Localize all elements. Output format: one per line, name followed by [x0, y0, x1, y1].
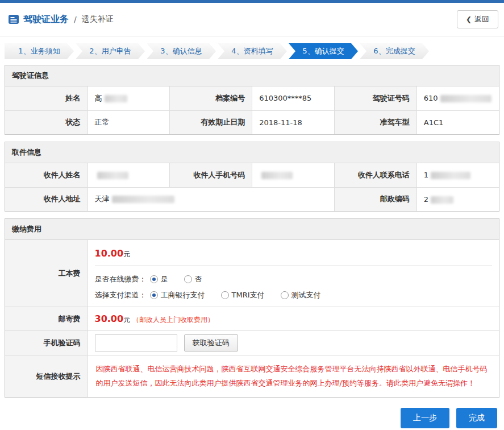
name-value: 高: [88, 86, 170, 110]
back-button[interactable]: ❮ 返回: [457, 10, 498, 28]
sms-notice-label: 短信接收提示: [5, 355, 88, 398]
captcha-value-cell: 获取验证码: [88, 331, 499, 355]
table-row: 状态 正常 有效期止日期 2018-11-18 准驾车型 A1C1: [5, 110, 499, 134]
title-separator: /: [74, 15, 77, 24]
recipient-address-label: 收件人地址: [5, 187, 88, 211]
get-captcha-button[interactable]: 获取验证码: [184, 334, 238, 352]
table-row: 短信接收提示 因陕西省联通、电信运营商技术问题，陕西省互联网交通安全综合服务管理…: [5, 355, 499, 398]
license-business-icon: [8, 14, 19, 25]
online-yes-option[interactable]: 是: [150, 274, 168, 284]
payment-channel-question: 选择支付渠道：: [95, 290, 147, 300]
mail-fee-label: 邮寄费: [5, 307, 88, 331]
radio-no-icon[interactable]: [184, 275, 192, 283]
online-payment-question: 是否在线缴费：: [95, 274, 147, 284]
step-6-complete-submit[interactable]: 6、完成提交: [360, 43, 429, 59]
channel-icbc-option[interactable]: 工商银行支付: [150, 290, 205, 300]
page-subtitle: 遗失补证: [82, 14, 114, 24]
step-navigation: 1、业务须知 2、用户申告 3、确认信息 4、资料填写 5、确认提交 6、完成提…: [5, 43, 499, 59]
radio-icbc-icon[interactable]: [150, 291, 158, 299]
step-4-fill-info[interactable]: 4、资料填写: [218, 43, 287, 59]
page-container: 驾驶证业务 / 遗失补证 ❮ 返回 1、业务须知 2、用户申告 3、确认信息 4…: [0, 0, 504, 430]
file-number-label: 档案编号: [170, 86, 252, 110]
pickup-info-section: 取件信息 收件人姓名 收件人手机号码 收件人联系电话 1 收件人地址 天津 邮政…: [5, 142, 499, 212]
pickup-info-table: 收件人姓名 收件人手机号码 收件人联系电话 1 收件人地址 天津 邮政编码 2: [5, 163, 499, 211]
zip-code-label: 邮政编码: [334, 187, 416, 211]
online-payment-choice: 是否在线缴费： 是 否: [95, 271, 493, 287]
license-info-table: 姓名 高 档案编号 610300****85 驾驶证号码 610 状态 正常 有…: [5, 86, 499, 134]
production-fee-amount: 10.00: [95, 248, 124, 259]
step-3-confirm-info[interactable]: 3、确认信息: [147, 43, 216, 59]
recipient-address-value: 天津: [88, 187, 334, 211]
production-fee-label: 工本费: [5, 240, 88, 307]
mail-fee-note: （邮政人员上门收取费用）: [132, 316, 214, 324]
channel-test-option[interactable]: 测试支付: [281, 290, 321, 300]
radio-yes-icon[interactable]: [150, 275, 158, 283]
license-number-label: 驾驶证号码: [334, 86, 416, 110]
recipient-name-label: 收件人姓名: [5, 163, 88, 187]
channel-tmri-option[interactable]: TMRI支付: [221, 290, 265, 300]
status-label: 状态: [5, 110, 88, 134]
fees-section: 缴纳费用 工本费 10.00元 是否在线缴费： 是: [5, 218, 499, 398]
channel-icbc-label: 工商银行支付: [161, 290, 205, 300]
table-row: 收件人姓名 收件人手机号码 收件人联系电话 1: [5, 163, 499, 187]
zip-code-value: 2: [416, 187, 499, 211]
finish-button[interactable]: 完成: [456, 408, 497, 428]
step-5-confirm-submit[interactable]: 5、确认提交: [289, 43, 358, 59]
recipient-name-value: [88, 163, 170, 187]
chevron-left-icon: ❮: [466, 15, 472, 23]
license-info-title: 驾驶证信息: [5, 65, 499, 86]
redacted-text: [431, 172, 470, 179]
pickup-info-title: 取件信息: [5, 142, 499, 163]
fees-table: 工本费 10.00元 是否在线缴费： 是 否: [5, 240, 499, 397]
status-value: 正常: [88, 110, 170, 134]
redacted-text: [440, 95, 491, 102]
header: 驾驶证业务 / 遗失补证 ❮ 返回: [0, 3, 504, 36]
vehicle-type-label: 准驾车型: [334, 110, 416, 134]
redacted-text: [261, 172, 293, 179]
recipient-mobile-value: [252, 163, 335, 187]
fees-title: 缴纳费用: [5, 219, 499, 240]
redacted-text: [105, 95, 127, 102]
mail-fee-unit: 元: [123, 316, 130, 324]
production-fee-amount-line: 10.00元: [95, 243, 493, 266]
captcha-label: 手机验证码: [5, 331, 88, 355]
mail-fee-amount: 30.00: [95, 313, 124, 324]
table-row: 工本费 10.00元 是否在线缴费： 是 否: [5, 240, 499, 307]
sms-notice-cell: 因陕西省联通、电信运营商技术问题，陕西省互联网交通安全综合服务管理平台无法向持陕…: [88, 355, 499, 398]
header-title-group: 驾驶证业务 / 遗失补证: [8, 14, 114, 26]
channel-tmri-label: TMRI支付: [232, 290, 265, 300]
license-info-section: 驾驶证信息 姓名 高 档案编号 610300****85 驾驶证号码 610 状…: [5, 65, 499, 135]
previous-step-button[interactable]: 上一步: [401, 408, 449, 428]
radio-test-icon[interactable]: [281, 291, 289, 299]
page-title: 驾驶证业务: [23, 14, 69, 26]
redacted-text: [97, 172, 128, 179]
redacted-text: [431, 196, 453, 204]
recipient-phone-label: 收件人联系电话: [334, 163, 416, 187]
footer-actions: 上一步 完成: [5, 408, 497, 428]
channel-test-label: 测试支付: [291, 290, 321, 300]
license-number-value: 610: [416, 86, 499, 110]
file-number-value: 610300****85: [252, 86, 335, 110]
redacted-text: [112, 196, 174, 203]
online-no-option[interactable]: 否: [184, 274, 202, 284]
radio-tmri-icon[interactable]: [221, 291, 229, 299]
recipient-phone-value: 1: [416, 163, 499, 187]
mail-fee-value: 30.00元（邮政人员上门收取费用）: [88, 307, 499, 331]
expiry-label: 有效期止日期: [170, 110, 252, 134]
recipient-mobile-label: 收件人手机号码: [170, 163, 252, 187]
vehicle-type-value: A1C1: [416, 110, 499, 134]
table-row: 邮寄费 30.00元（邮政人员上门收取费用）: [5, 307, 499, 331]
back-button-label: 返回: [474, 14, 489, 24]
step-2-user-declaration[interactable]: 2、用户申告: [76, 43, 145, 59]
step-1-business-notice[interactable]: 1、业务须知: [5, 43, 74, 59]
production-fee-unit: 元: [123, 250, 130, 258]
online-no-label: 否: [195, 274, 202, 284]
table-row: 手机验证码 获取验证码: [5, 331, 499, 355]
table-row: 收件人地址 天津 邮政编码 2: [5, 187, 499, 211]
expiry-value: 2018-11-18: [252, 110, 335, 134]
captcha-input[interactable]: [95, 334, 177, 352]
name-label: 姓名: [5, 86, 88, 110]
online-yes-label: 是: [161, 274, 168, 284]
payment-channel-choice: 选择支付渠道： 工商银行支付 TMRI支付 测试支付: [95, 287, 493, 303]
sms-notice-text: 因陕西省联通、电信运营商技术问题，陕西省互联网交通安全综合服务管理平台无法向持陕…: [95, 359, 493, 394]
